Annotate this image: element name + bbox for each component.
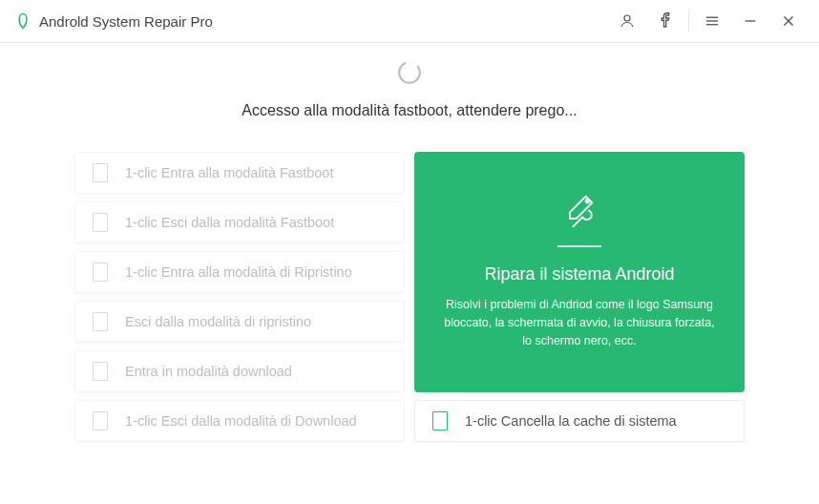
feature-repair-card[interactable]: Ripara il sistema Android Risolvi i prob… bbox=[414, 152, 745, 392]
option-enter-fastboot[interactable]: 1-clic Entra alla modalità Fastboot bbox=[74, 152, 405, 194]
loading-section: Accesso alla modalità fastboot, attender… bbox=[0, 60, 819, 119]
phone-icon bbox=[93, 362, 108, 381]
option-label: 1-clic Entra alla modalità Fastboot bbox=[125, 165, 333, 180]
spinner-icon bbox=[397, 60, 422, 85]
titlebar: Androld System Repair Pro bbox=[0, 0, 819, 43]
titlebar-divider bbox=[688, 10, 689, 32]
phone-icon bbox=[93, 262, 108, 282]
titlebar-right bbox=[608, 0, 808, 43]
facebook-icon[interactable] bbox=[646, 0, 684, 43]
account-icon[interactable] bbox=[608, 0, 646, 43]
svg-point-8 bbox=[586, 200, 589, 202]
option-label: Esci dalla modalità di ripristino bbox=[125, 314, 311, 329]
loading-text: Accesso alla modalità fastboot, attender… bbox=[242, 102, 577, 119]
option-label: 1-clic Esci dalla modalità di Download bbox=[125, 413, 357, 429]
minimize-button[interactable] bbox=[731, 0, 769, 43]
option-label: 1-clic Cancella la cache di sistema bbox=[465, 413, 677, 429]
option-exit-fastboot[interactable]: 1-clic Esci dalla modalità Fastboot bbox=[74, 201, 405, 243]
option-enter-download[interactable]: Entra in modalità download bbox=[74, 350, 405, 392]
app-logo-icon bbox=[14, 12, 32, 30]
phone-icon bbox=[93, 312, 108, 331]
option-label: Entra in modalità download bbox=[125, 364, 292, 379]
options-grid: 1-clic Entra alla modalità Fastboot 1-cl… bbox=[0, 152, 819, 442]
app-title: Androld System Repair Pro bbox=[39, 13, 213, 30]
feature-title: Ripara il sistema Android bbox=[484, 264, 674, 284]
close-button[interactable] bbox=[769, 0, 808, 43]
phone-icon bbox=[93, 213, 108, 232]
option-clear-cache[interactable]: 1-clic Cancella la cache di sistema bbox=[414, 400, 745, 442]
feature-divider bbox=[557, 245, 601, 247]
tools-icon bbox=[560, 190, 598, 228]
content: Accesso alla modalità fastboot, attender… bbox=[0, 43, 819, 442]
phone-icon bbox=[432, 411, 448, 430]
phone-icon bbox=[93, 163, 108, 182]
option-label: 1-clic Esci dalla modalità Fastboot bbox=[125, 215, 334, 230]
feature-desc: Risolvi i problemi di Andriod come il lo… bbox=[443, 296, 716, 349]
svg-point-0 bbox=[624, 15, 630, 21]
option-enter-recovery[interactable]: 1-clic Entra alla modalità di Ripristino bbox=[74, 251, 405, 293]
menu-icon[interactable] bbox=[693, 0, 731, 43]
titlebar-left: Androld System Repair Pro bbox=[14, 12, 213, 30]
svg-point-7 bbox=[397, 60, 422, 85]
option-label: 1-clic Entra alla modalità di Ripristino bbox=[125, 264, 352, 280]
phone-icon bbox=[93, 411, 108, 430]
option-exit-recovery[interactable]: Esci dalla modalità di ripristino bbox=[74, 301, 405, 343]
option-exit-download[interactable]: 1-clic Esci dalla modalità di Download bbox=[74, 400, 405, 442]
